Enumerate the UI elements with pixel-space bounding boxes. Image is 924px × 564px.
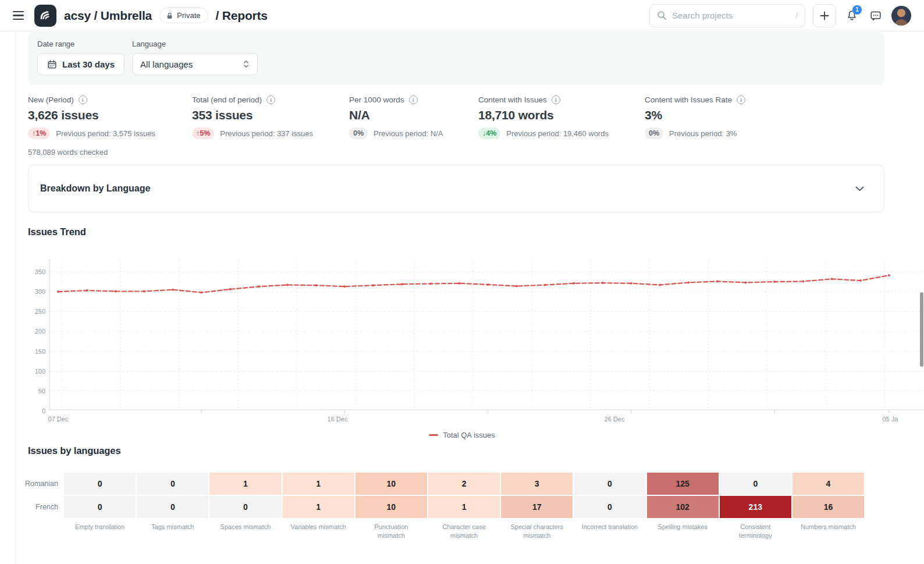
- heatmap-cell: 1: [209, 473, 281, 495]
- svg-text:200: 200: [35, 328, 45, 335]
- content-left-divider: [16, 31, 16, 564]
- reports-page: acsy / Umbrella Private / Reports /: [0, 0, 924, 564]
- stat-value: 353 issues: [192, 108, 349, 122]
- select-arrows-icon: [243, 59, 250, 69]
- heatmap-column-label: Spaces mismatch: [209, 523, 281, 540]
- info-icon[interactable]: i: [79, 95, 87, 104]
- language-select-value: All languages: [140, 59, 193, 69]
- heatmap-column-label: Punctuation mismatch: [356, 523, 427, 540]
- stat-value: N/A: [349, 108, 478, 122]
- heatmap-column-headers: Empty translationTags mismatchSpaces mis…: [28, 523, 864, 540]
- stats-row: New (Period)i3,626 issues↑1%Previous per…: [28, 94, 884, 157]
- stat-label: Content with Issues Rate: [645, 95, 732, 104]
- search-input[interactable]: [672, 10, 790, 20]
- previous-period-text: Previous period: N/A: [374, 129, 443, 138]
- svg-text:07 Dec: 07 Dec: [48, 416, 69, 423]
- delta-badge: ↑1%: [28, 127, 50, 139]
- issues-trend-svg: 05010015020025030035007 Dec16 Dec26 Dec0…: [28, 255, 924, 430]
- heatmap-cell: 10: [356, 473, 427, 495]
- heatmap-cell: 0: [720, 473, 791, 495]
- heatmap-row-label: Romanian: [28, 473, 58, 495]
- heatmap-row-french: French000110117010221316: [28, 496, 864, 518]
- issues-trend-chart: 05010015020025030035007 Dec16 Dec26 Dec0…: [28, 255, 924, 430]
- language-select[interactable]: All languages: [132, 53, 258, 75]
- legend-label[interactable]: Total QA issues: [443, 431, 495, 439]
- notification-badge: 1: [852, 5, 862, 15]
- search-box[interactable]: /: [649, 4, 805, 27]
- app-logo[interactable]: [34, 5, 56, 27]
- heatmap-cell: 1: [428, 496, 500, 518]
- stat-label: Total (end of period): [192, 95, 262, 104]
- heatmap-column-label: Incorrect translation: [574, 523, 645, 540]
- privacy-badge-label: Private: [177, 11, 200, 20]
- heatmap-column-label: Tags mismatch: [137, 523, 208, 540]
- info-icon[interactable]: i: [266, 95, 275, 104]
- hamburger-menu-icon[interactable]: [13, 9, 27, 23]
- svg-text:350: 350: [35, 268, 45, 275]
- stat-label: Per 1000 words: [349, 95, 404, 104]
- heatmap-cell: 213: [720, 496, 791, 518]
- search-shortcut-hint: /: [795, 11, 798, 20]
- breadcrumb-project[interactable]: acsy / Umbrella: [64, 9, 152, 23]
- notifications-button[interactable]: 1: [844, 8, 860, 24]
- chevron-down-icon[interactable]: [855, 186, 864, 191]
- heatmap-cells: 000110117010221316: [64, 496, 864, 518]
- filters-bar: Date range Last 30 days Language All lan…: [28, 32, 884, 85]
- heatmap-cell: 16: [792, 496, 864, 518]
- heatmap-cell: 0: [64, 496, 136, 518]
- calendar-icon: [47, 59, 57, 69]
- chart-legend: Total QA issues: [0, 431, 924, 439]
- svg-text:05 Ja: 05 Ja: [883, 416, 899, 423]
- svg-text:250: 250: [35, 308, 45, 315]
- language-field: Language All languages: [132, 40, 258, 77]
- stat-total-end-of-period: Total (end of period)i353 issues↑5%Previ…: [192, 94, 349, 157]
- info-icon[interactable]: i: [552, 95, 560, 104]
- stat-label: Content with Issues: [478, 95, 547, 104]
- heatmap-cell: 0: [64, 473, 136, 495]
- stat-delta-row: ↑1%Previous period: 3,575 issues: [28, 127, 192, 139]
- previous-period-text: Previous period: 3,575 issues: [56, 129, 155, 138]
- stat-label-row: Total (end of period)i: [192, 94, 349, 105]
- delta-badge: 0%: [349, 127, 368, 139]
- heatmap-column-label: Character case mismatch: [428, 523, 500, 540]
- heatmap-cell: 10: [356, 496, 427, 518]
- heatmap-header-cells: Empty translationTags mismatchSpaces mis…: [64, 523, 864, 540]
- stat-value: 3%: [645, 108, 884, 122]
- logo-wave-icon: [38, 9, 52, 23]
- info-icon[interactable]: i: [737, 95, 745, 104]
- stat-label-row: Content with Issuesi: [478, 94, 645, 105]
- create-project-button[interactable]: [813, 4, 836, 27]
- date-range-value: Last 30 days: [62, 59, 115, 69]
- stat-label-row: New (Period)i: [28, 94, 192, 105]
- heatmap-cell: 102: [647, 496, 719, 518]
- heatmap-cell: 3: [501, 473, 573, 495]
- stat-delta-row: 0%Previous period: N/A: [349, 127, 478, 139]
- vertical-scrollbar-thumb[interactable]: [920, 292, 923, 367]
- heatmap-cell: 1: [283, 473, 354, 495]
- heatmap-cell: 0: [209, 496, 281, 518]
- svg-text:100: 100: [35, 368, 45, 375]
- stat-label-row: Content with Issues Ratei: [645, 94, 884, 105]
- heatmap-row-romanian: Romanian00111023012504: [28, 473, 864, 495]
- date-range-label: Date range: [37, 40, 125, 48]
- heatmap-column-label: Empty translation: [64, 523, 136, 540]
- heatmap-cell: 0: [137, 473, 208, 495]
- stat-content-with-issues-rate: Content with Issues Ratei3%0%Previous pe…: [645, 94, 884, 157]
- info-icon[interactable]: i: [409, 95, 418, 104]
- stat-label: New (Period): [28, 95, 74, 104]
- heatmap-header-spacer: [28, 523, 58, 540]
- svg-text:26 Dec: 26 Dec: [605, 416, 625, 423]
- words-checked-text: 578,089 words checked: [28, 148, 192, 157]
- breakdown-by-language-panel[interactable]: Breakdown by Language: [28, 165, 884, 212]
- legend-swatch-total-qa-issues[interactable]: [429, 434, 438, 436]
- date-range-button[interactable]: Last 30 days: [37, 53, 125, 75]
- stat-value: 18,710 words: [478, 108, 645, 122]
- heatmap-cell: 1: [283, 496, 354, 518]
- svg-text:300: 300: [35, 288, 45, 295]
- previous-period-text: Previous period: 337 issues: [220, 129, 313, 138]
- previous-period-text: Previous period: 19,460 words: [506, 129, 609, 138]
- feedback-button[interactable]: [868, 8, 884, 24]
- svg-text:0: 0: [42, 407, 45, 414]
- user-avatar[interactable]: [891, 6, 911, 26]
- delta-badge: ↓4%: [478, 127, 500, 139]
